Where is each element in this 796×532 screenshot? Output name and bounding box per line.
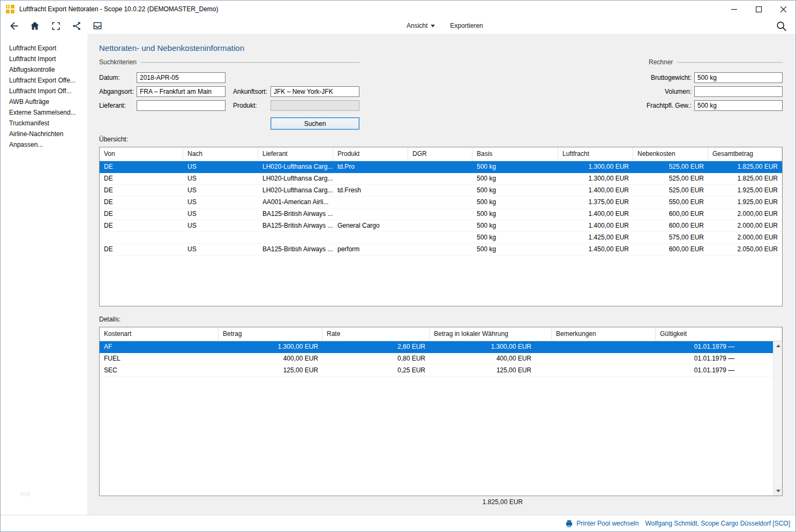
table-row[interactable]: DEUSBA125-British Airways ...perform500 … bbox=[100, 244, 782, 256]
table-row[interactable]: DEUSLH020-Lufthansa Carg...td.Fresh500 k… bbox=[100, 185, 782, 197]
bruttogewicht-input[interactable] bbox=[694, 72, 783, 83]
table-cell: AF bbox=[100, 341, 219, 353]
table-cell: 2.050,00 EUR bbox=[708, 244, 782, 255]
share-button[interactable] bbox=[70, 19, 84, 33]
sidebar-item[interactable]: Luftfracht Export bbox=[1, 43, 87, 54]
table-cell bbox=[552, 341, 656, 353]
table-cell: 2,60 EUR bbox=[322, 341, 430, 353]
table-row[interactable]: AF1.300,00 EUR2,60 EUR1.300,00 EUR01.01.… bbox=[100, 341, 782, 353]
datum-label: Datum: bbox=[99, 72, 120, 83]
inbox-button[interactable] bbox=[91, 19, 104, 33]
close-button[interactable] bbox=[771, 1, 795, 18]
printer-pool-link[interactable]: Printer Pool wechseln bbox=[565, 520, 639, 528]
scroll-down-icon[interactable] bbox=[774, 486, 783, 496]
scroll-up-icon[interactable] bbox=[774, 341, 783, 350]
fullscreen-icon bbox=[51, 21, 61, 31]
table-cell: US bbox=[183, 185, 258, 196]
search-button[interactable] bbox=[774, 19, 789, 34]
column-header[interactable]: DGR bbox=[408, 147, 472, 161]
table-cell: 1.400,00 EUR bbox=[558, 220, 633, 231]
column-header[interactable]: Von bbox=[100, 147, 183, 161]
sidebar-item[interactable]: Anpassen... bbox=[1, 139, 87, 150]
produkt-input bbox=[271, 100, 359, 111]
fullscreen-button[interactable] bbox=[49, 19, 63, 33]
minimize-button[interactable] bbox=[722, 1, 746, 18]
column-header[interactable]: Bemerkungen bbox=[552, 327, 656, 341]
table-cell: 2.000,00 EUR bbox=[708, 232, 782, 243]
table-cell: US bbox=[183, 161, 258, 173]
table-cell: FUEL bbox=[100, 353, 219, 364]
sidebar-item[interactable]: Truckmanifest bbox=[1, 118, 87, 129]
abgangsort-input[interactable] bbox=[137, 86, 226, 97]
inbox-icon bbox=[92, 20, 103, 31]
datum-input[interactable] bbox=[137, 72, 226, 83]
table-cell bbox=[333, 173, 408, 184]
column-header[interactable]: Produkt bbox=[333, 147, 408, 161]
suchen-button[interactable]: Suchen bbox=[271, 117, 359, 130]
table-cell: US bbox=[183, 173, 258, 184]
table-row[interactable]: DEUSAA001-American Airli...500 kg1.375,0… bbox=[100, 197, 782, 208]
column-header[interactable]: Betrag bbox=[219, 327, 322, 341]
table-row[interactable]: FUEL400,00 EUR0,80 EUR400,00 EUR01.01.19… bbox=[100, 353, 782, 365]
column-header[interactable]: Gesamtbetrag bbox=[708, 147, 782, 161]
column-header[interactable]: Gültigkeit bbox=[656, 327, 782, 341]
column-header[interactable]: Lieferant bbox=[258, 147, 333, 161]
table-cell: 500 kg bbox=[472, 185, 558, 196]
search-icon bbox=[776, 20, 787, 32]
frachtpfl-gew-input[interactable] bbox=[694, 100, 783, 111]
table-row[interactable]: DEUSBA125-British Airways ...500 kg1.400… bbox=[100, 208, 782, 220]
chevron-down-icon bbox=[431, 25, 435, 27]
table-cell: AA001-American Airli... bbox=[258, 197, 333, 208]
uebersicht-table-body: DEUSLH020-Lufthansa Carg...td.Pro500 kg1… bbox=[100, 161, 782, 256]
sidebar-item[interactable]: Abflugskontrolle bbox=[1, 64, 87, 75]
volumen-input[interactable] bbox=[694, 86, 783, 97]
maximize-button[interactable] bbox=[746, 1, 771, 18]
table-cell: 1.400,00 EUR bbox=[558, 208, 633, 220]
table-cell: 2.000,00 EUR bbox=[708, 208, 782, 220]
ankunftsort-input[interactable] bbox=[271, 86, 359, 97]
sidebar-item[interactable]: Luftfracht Import Off... bbox=[1, 86, 87, 96]
produkt-label: Produkt: bbox=[233, 100, 257, 111]
column-header[interactable]: Betrag in lokaler Währung bbox=[430, 327, 552, 341]
legend-line bbox=[677, 62, 783, 63]
sidebar-item[interactable]: Airline-Nachrichten bbox=[1, 129, 87, 139]
table-cell: US bbox=[183, 208, 258, 220]
table-row[interactable]: SEC125,00 EUR0,25 EUR125,00 EUR01.01.197… bbox=[100, 365, 782, 377]
sidebar-item[interactable]: Externe Sammelsend... bbox=[1, 107, 87, 118]
legend-line bbox=[141, 62, 359, 63]
table-cell: 500 kg bbox=[472, 208, 558, 220]
table-cell: 525,00 EUR bbox=[633, 161, 708, 173]
menu-exportieren[interactable]: Exportieren bbox=[450, 22, 483, 29]
table-cell: 500 kg bbox=[472, 232, 558, 243]
table-cell: 500 kg bbox=[472, 244, 558, 255]
table-cell: 600,00 EUR bbox=[633, 220, 708, 231]
table-cell: US bbox=[183, 244, 258, 255]
column-header[interactable]: Basis bbox=[472, 147, 558, 161]
table-cell: 125,00 EUR bbox=[219, 365, 322, 376]
table-cell: 1.400,00 EUR bbox=[558, 185, 633, 196]
table-row[interactable]: 500 kg1.425,00 EUR575,00 EUR2.000,00 EUR bbox=[100, 232, 782, 244]
column-header[interactable]: Rate bbox=[322, 327, 430, 341]
column-header[interactable]: Nach bbox=[183, 147, 258, 161]
app-window: Luftfracht Export Nettoraten - Scope 10.… bbox=[0, 0, 796, 532]
window-title: Luftfracht Export Nettoraten - Scope 10.… bbox=[19, 5, 218, 13]
home-button[interactable] bbox=[28, 19, 42, 33]
column-header[interactable]: Kostenart bbox=[100, 327, 219, 341]
sidebar-item[interactable]: AWB Aufträge bbox=[1, 96, 87, 107]
table-row[interactable]: DEUSLH020-Lufthansa Carg...td.Pro500 kg1… bbox=[100, 161, 782, 173]
column-header[interactable]: Luftfracht bbox=[558, 147, 633, 161]
frachtpfl-gew-label: Frachtpfl. Gew.: bbox=[623, 100, 692, 111]
user-info[interactable]: Wolfgang Schmidt, Scope Cargo Düsseldorf… bbox=[645, 520, 790, 527]
table-row[interactable]: DEUSLH020-Lufthansa Carg...500 kg1.300,0… bbox=[100, 173, 782, 185]
close-icon bbox=[780, 6, 786, 12]
sidebar-item[interactable]: Luftfracht Import bbox=[1, 54, 87, 64]
back-button[interactable] bbox=[7, 19, 21, 33]
menu-ansicht[interactable]: Ansicht bbox=[407, 22, 435, 29]
table-row[interactable]: DEUSBA125-British Airways ...General Car… bbox=[100, 220, 782, 232]
lieferant-input[interactable] bbox=[137, 100, 226, 111]
table-cell: DE bbox=[100, 185, 183, 196]
column-header[interactable]: Nebenkosten bbox=[633, 147, 708, 161]
vertical-scrollbar[interactable] bbox=[773, 341, 782, 496]
table-cell: 550,00 EUR bbox=[633, 197, 708, 208]
sidebar-item[interactable]: Luftfracht Export Offe... bbox=[1, 75, 87, 86]
